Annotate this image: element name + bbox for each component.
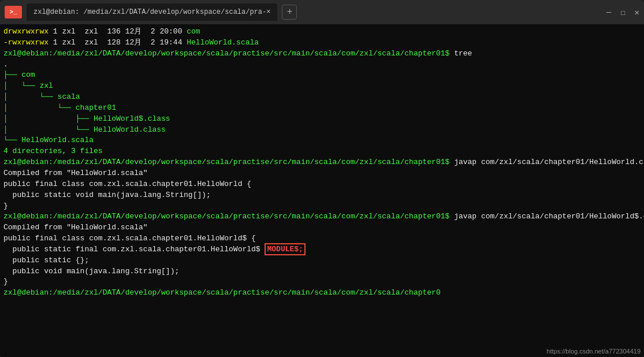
tab-label: zxl@debian: /media/zxl/DATA/develop/work… xyxy=(33,8,270,16)
new-tab-button[interactable]: + xyxy=(282,5,297,20)
active-tab[interactable]: zxl@debian: /media/zxl/DATA/develop/work… xyxy=(27,3,277,21)
titlebar: >_ zxl@debian: /media/zxl/DATA/develop/w… xyxy=(0,0,644,24)
close-button[interactable]: ✕ xyxy=(635,8,639,17)
watermark: https://blog.csdn.net/a772304419 xyxy=(546,348,641,355)
terminal-icon: >_ xyxy=(5,6,22,18)
restore-button[interactable]: ☐ xyxy=(620,8,625,17)
minimize-button[interactable]: — xyxy=(606,8,611,17)
titlebar-left: >_ zxl@debian: /media/zxl/DATA/develop/w… xyxy=(5,3,297,21)
window-controls: — ☐ ✕ xyxy=(606,8,639,17)
terminal-window: >_ zxl@debian: /media/zxl/DATA/develop/w… xyxy=(0,0,644,357)
terminal-body[interactable]: drwxrwxrwx 1 zxl zxl 136 12月 2 20:00 com… xyxy=(0,24,644,357)
